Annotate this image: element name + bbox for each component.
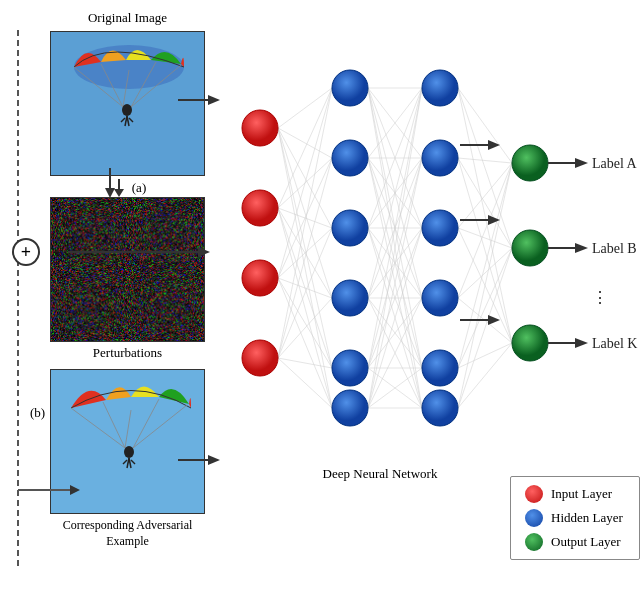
svg-marker-149 [575, 338, 588, 348]
svg-line-124 [458, 343, 512, 408]
svg-line-60 [278, 158, 332, 278]
legend-hidden-layer: Hidden Layer [525, 509, 625, 527]
svg-line-108 [458, 88, 512, 248]
svg-line-116 [458, 163, 512, 298]
svg-point-140 [422, 390, 458, 426]
svg-line-61 [278, 228, 332, 278]
legend: Input Layer Hidden Layer Output Layer [510, 476, 640, 560]
legend-output-layer: Output Layer [525, 533, 625, 551]
input-layer-circle [525, 485, 543, 503]
label-a: (a) [132, 180, 146, 196]
svg-line-62 [278, 278, 332, 298]
svg-point-133 [332, 350, 368, 386]
plus-circle: + [12, 238, 40, 266]
svg-point-127 [242, 260, 278, 296]
svg-rect-35 [51, 370, 205, 514]
svg-text:⋮: ⋮ [592, 289, 608, 306]
svg-point-142 [512, 230, 548, 266]
svg-point-141 [512, 145, 548, 181]
svg-point-135 [422, 70, 458, 106]
svg-line-122 [458, 163, 512, 408]
svg-point-137 [422, 210, 458, 246]
svg-line-117 [458, 248, 512, 298]
label-b: (b) [30, 405, 45, 421]
svg-point-129 [332, 70, 368, 106]
svg-point-139 [422, 350, 458, 386]
perturbation-box [50, 197, 205, 342]
svg-point-42 [124, 446, 134, 458]
output-layer-label: Output Layer [551, 534, 621, 550]
svg-line-65 [278, 88, 332, 358]
legend-input-layer: Input Layer [525, 485, 625, 503]
svg-marker-147 [575, 243, 588, 253]
svg-line-110 [458, 158, 512, 163]
svg-line-47 [278, 88, 332, 128]
svg-point-125 [242, 110, 278, 146]
svg-line-69 [278, 358, 332, 368]
svg-point-131 [332, 210, 368, 246]
svg-text:Label  B: Label B [592, 241, 637, 256]
svg-point-28 [122, 104, 132, 116]
svg-point-143 [512, 325, 548, 361]
perturbation-label: Perturbations [93, 345, 162, 361]
svg-point-132 [332, 280, 368, 316]
svg-point-128 [242, 340, 278, 376]
main-container: Original Image [0, 0, 640, 609]
original-image-label: Original Image [88, 10, 167, 26]
svg-point-136 [422, 140, 458, 176]
svg-line-64 [278, 278, 332, 408]
svg-line-58 [278, 208, 332, 408]
svg-line-113 [458, 163, 512, 228]
svg-line-63 [278, 278, 332, 368]
hidden-layer-label: Hidden Layer [551, 510, 623, 526]
svg-text:Label  K: Label K [592, 336, 637, 351]
neural-network-section: Label A Label B ⋮ Label K Deep Neural Ne… [210, 20, 640, 600]
svg-line-121 [458, 343, 512, 368]
svg-line-53 [278, 88, 332, 208]
svg-marker-34 [114, 189, 124, 197]
svg-point-138 [422, 280, 458, 316]
input-layer-label: Input Layer [551, 486, 612, 502]
adversarial-box [50, 369, 205, 514]
output-layer-circle [525, 533, 543, 551]
svg-point-134 [332, 390, 368, 426]
svg-marker-145 [575, 158, 588, 168]
neural-network-svg: Label A Label B ⋮ Label K [210, 20, 640, 460]
svg-line-52 [278, 128, 332, 408]
svg-point-126 [242, 190, 278, 226]
svg-line-123 [458, 248, 512, 408]
svg-line-112 [458, 158, 512, 343]
svg-point-22 [74, 45, 184, 89]
adversarial-label: Corresponding Adversarial Example [50, 518, 205, 549]
svg-line-111 [458, 158, 512, 248]
hidden-layer-circle [525, 509, 543, 527]
svg-text:Label  A: Label A [592, 156, 638, 171]
svg-line-59 [278, 88, 332, 278]
original-image-box [50, 31, 205, 176]
svg-point-130 [332, 140, 368, 176]
